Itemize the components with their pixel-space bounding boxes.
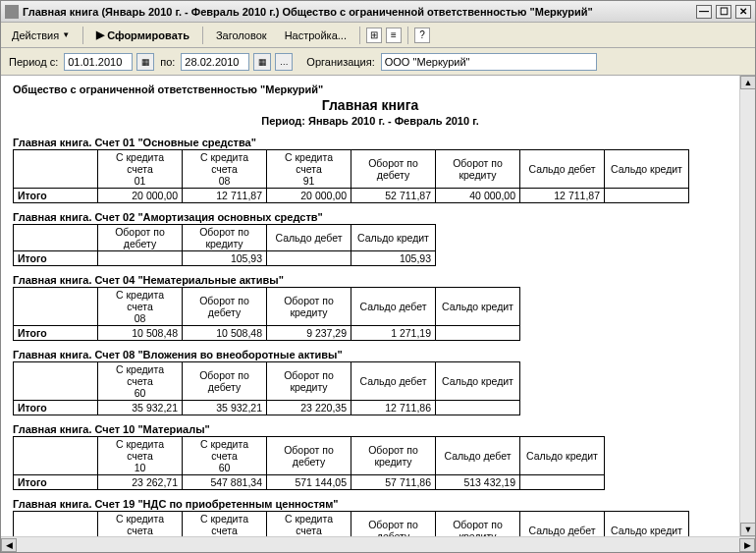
org-label: Организация: <box>304 56 376 68</box>
cell-value: 12 711,86 <box>351 401 436 415</box>
actions-menu[interactable]: Действия ▼ <box>5 27 77 44</box>
header-label: Заголовок <box>216 29 267 41</box>
settings-label: Настройка... <box>285 29 347 41</box>
empty-header <box>14 362 98 401</box>
date-to-input[interactable] <box>181 53 249 71</box>
separator <box>407 27 408 44</box>
column-header: С кредита счета10 <box>98 437 183 475</box>
header-button[interactable]: Заголовок <box>209 27 274 44</box>
column-header: Оборот покредиту <box>183 225 267 251</box>
vertical-scrollbar[interactable]: ▲ ▼ <box>739 76 755 536</box>
empty-header <box>14 512 98 537</box>
horizontal-scrollbar[interactable]: ◀ ▶ <box>1 536 755 552</box>
settings-button[interactable]: Настройка... <box>278 27 353 44</box>
chevron-down-icon: ▼ <box>62 30 70 39</box>
section-table: С кредита счета08Оборот подебетуОборот п… <box>13 287 520 341</box>
cell-value: 571 144,05 <box>267 475 351 490</box>
scroll-down-button[interactable]: ▼ <box>740 523 755 536</box>
column-header: Сальдо кредит <box>605 512 689 537</box>
separator <box>359 27 360 44</box>
help-icon[interactable]: ? <box>414 28 430 43</box>
section-title: Главная книга. Счет 10 "Материалы" <box>13 423 728 435</box>
date-from-picker[interactable]: ▦ <box>136 53 154 71</box>
cell-value: 10 508,48 <box>183 326 267 341</box>
column-header: С кредита счета60 <box>183 437 267 475</box>
cell-value <box>520 475 605 490</box>
app-window: Главная книга (Январь 2010 г. - Февраль … <box>0 0 756 553</box>
empty-header <box>14 225 98 251</box>
column-header: Сальдо дебет <box>267 225 351 251</box>
cell-value: 35 932,21 <box>98 401 183 415</box>
column-header: Сальдо дебет <box>436 437 520 475</box>
row-label: Итого <box>14 189 98 203</box>
column-header: С кредита счета71 <box>267 512 351 537</box>
column-header: Оборот подебету <box>351 150 436 189</box>
org-input[interactable] <box>381 53 597 71</box>
empty-header <box>14 150 98 189</box>
section-title: Главная книга. Счет 04 "Нематериальные а… <box>13 274 728 286</box>
cell-value: 547 881,34 <box>183 475 267 490</box>
section-table: С кредита счета60Оборот подебетуОборот п… <box>13 361 520 415</box>
cell-value: 23 220,35 <box>267 401 351 415</box>
maximize-button[interactable]: ☐ <box>716 5 731 19</box>
report-title: Главная книга <box>13 97 728 113</box>
column-header: Сальдо кредит <box>436 288 520 326</box>
scroll-up-button[interactable]: ▲ <box>740 76 755 89</box>
cell-value: 9 237,29 <box>267 326 351 341</box>
cell-value: 23 262,71 <box>98 475 183 490</box>
minimize-button[interactable]: — <box>696 5 712 19</box>
column-header: Сальдо дебет <box>351 288 436 326</box>
period-select-button[interactable]: … <box>275 53 293 71</box>
column-header: Оборот подебету <box>183 288 267 326</box>
scroll-left-button[interactable]: ◀ <box>1 538 17 552</box>
cell-value: 10 508,48 <box>98 326 183 341</box>
window-title: Главная книга (Январь 2010 г. - Февраль … <box>23 6 696 18</box>
report-section: Главная книга. Счет 19 "НДС по приобрете… <box>13 498 728 536</box>
app-icon <box>5 5 19 19</box>
column-header: С кредита счета08 <box>98 288 183 326</box>
cell-value <box>267 251 351 266</box>
column-header: С кредита счета60 <box>98 512 183 537</box>
column-header: С кредита счета01 <box>98 150 183 189</box>
column-header: Оборот покредиту <box>436 512 520 537</box>
date-to-picker[interactable]: ▦ <box>253 53 271 71</box>
column-header: Оборот подебету <box>267 437 351 475</box>
column-header: С кредита счета60 <box>98 362 183 401</box>
column-header: Оборот покредиту <box>267 288 351 326</box>
report-section: Главная книга. Счет 01 "Основные средств… <box>13 137 728 203</box>
report-section: Главная книга. Счет 02 "Амортизация осно… <box>13 211 728 266</box>
form-button[interactable]: ▶ Сформировать <box>89 26 196 44</box>
column-header: Сальдо дебет <box>520 512 605 537</box>
section-table: С кредита счета60С кредита счета68С кред… <box>13 511 689 536</box>
empty-header <box>14 437 98 475</box>
date-from-input[interactable] <box>64 53 133 71</box>
tool-icon-2[interactable]: ≡ <box>386 28 402 43</box>
cell-value: 105,93 <box>183 251 267 266</box>
row-label: Итого <box>14 401 98 415</box>
to-label: по: <box>158 56 177 68</box>
report-period: Период: Январь 2010 г. - Февраль 2010 г. <box>13 115 728 127</box>
cell-value: 1 271,19 <box>351 326 436 341</box>
report-viewport[interactable]: Общество с ограниченной ответственностью… <box>1 76 739 536</box>
cell-value: 35 932,21 <box>183 401 267 415</box>
cell-value: 12 711,87 <box>520 189 605 203</box>
column-header: Оборот покредиту <box>436 150 520 189</box>
actions-label: Действия <box>12 29 59 41</box>
cell-value <box>605 189 689 203</box>
tool-icon-1[interactable]: ⊞ <box>366 28 382 43</box>
column-header: Оборот покредиту <box>351 437 436 475</box>
cell-value: 105,93 <box>351 251 436 266</box>
empty-header <box>14 288 98 326</box>
column-header: Сальдо кредит <box>605 150 689 189</box>
separator <box>82 27 83 44</box>
report-section: Главная книга. Счет 08 "Вложения во внео… <box>13 349 728 415</box>
cell-value: 57 711,86 <box>351 475 436 490</box>
column-header: Оборот подебету <box>183 362 267 401</box>
scroll-right-button[interactable]: ▶ <box>739 538 755 552</box>
column-header: С кредита счета08 <box>183 150 267 189</box>
section-title: Главная книга. Счет 19 "НДС по приобрете… <box>13 498 728 510</box>
close-button[interactable]: ✕ <box>735 5 751 19</box>
cell-value: 513 432,19 <box>436 475 520 490</box>
column-header: Сальдо дебет <box>520 150 605 189</box>
column-header: Оборот подебету <box>98 225 183 251</box>
